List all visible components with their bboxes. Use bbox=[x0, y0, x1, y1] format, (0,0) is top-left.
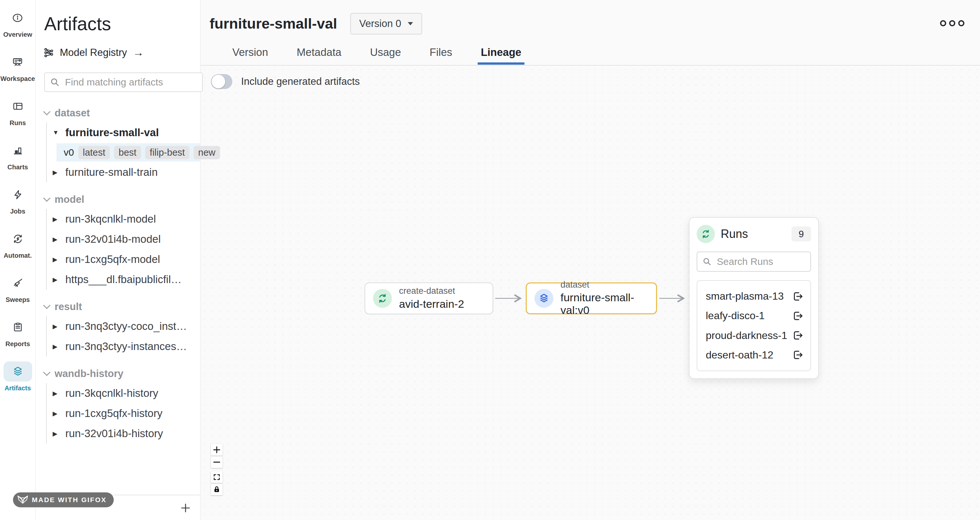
runs-panel-header: Runs 9 bbox=[697, 225, 811, 243]
lineage-node-run[interactable]: create-dataset avid-terrain-2 bbox=[364, 282, 493, 314]
triangle-right-icon: ▶ bbox=[52, 169, 60, 176]
chevron-down-icon bbox=[408, 22, 413, 25]
tree-item-label: furniture-small-val bbox=[65, 126, 159, 139]
broom-icon bbox=[12, 278, 23, 289]
plus-icon bbox=[180, 502, 191, 514]
run-row-leafy-disco-1[interactable]: leafy-disco-1 bbox=[697, 310, 810, 322]
workspace-icon bbox=[12, 57, 23, 68]
tree-section-result[interactable]: result bbox=[44, 298, 200, 316]
tree-section-wandb-history[interactable]: wandb-history bbox=[44, 365, 200, 383]
open-run-icon[interactable] bbox=[792, 329, 804, 341]
tree-item-furniture-small-train[interactable]: ▶furniture-small-train bbox=[52, 162, 200, 182]
tab-lineage[interactable]: Lineage bbox=[481, 45, 522, 59]
lightning-icon bbox=[12, 189, 23, 200]
tree-section-label: wandb-history bbox=[54, 368, 124, 380]
tree-item-run-3kqcnlkl-model[interactable]: ▶run-3kqcnlkl-model bbox=[52, 209, 200, 229]
triangle-right-icon: ▶ bbox=[52, 430, 60, 437]
nav-label: Reports bbox=[6, 340, 30, 348]
runs-count-badge: 9 bbox=[792, 226, 811, 242]
run-row-desert-oath-12[interactable]: desert-oath-12 bbox=[697, 349, 810, 361]
nav-item-overview[interactable]: Overview bbox=[3, 8, 32, 38]
tree-item-run-1cxg5qfx-model[interactable]: ▶run-1cxg5qfx-model bbox=[52, 249, 200, 269]
layers-icon bbox=[12, 366, 24, 377]
main-panel: furniture-small-val Version 0 Version Me… bbox=[201, 0, 980, 520]
node-name: avid-terrain-2 bbox=[399, 298, 464, 310]
tree-item-run-1cxg5qfx-history[interactable]: ▶run-1cxg5qfx-history bbox=[52, 403, 200, 423]
chevron-down-icon bbox=[43, 369, 51, 376]
open-run-icon[interactable] bbox=[792, 291, 804, 302]
triangle-right-icon: ▶ bbox=[52, 410, 60, 417]
add-artifact-button[interactable] bbox=[179, 501, 192, 515]
toggle-label: Include generated artifacts bbox=[241, 76, 360, 87]
lineage-canvas[interactable]: Include generated artifacts create-datas… bbox=[201, 66, 980, 520]
nav-label: Workspace bbox=[0, 75, 35, 83]
tree-item-https___dl.fbaipublicfil…[interactable]: ▶https___dl.fbaipublicfil… bbox=[52, 269, 200, 289]
open-run-icon[interactable] bbox=[792, 349, 804, 361]
tab-usage[interactable]: Usage bbox=[370, 45, 401, 59]
run-row-proud-darkness-1[interactable]: proud-darkness-1 bbox=[697, 329, 810, 342]
run-name: smart-plasma-13 bbox=[706, 290, 784, 302]
tree-item-label: furniture-small-train bbox=[65, 166, 158, 178]
nav-item-artifacts[interactable]: Artifacts bbox=[3, 361, 32, 392]
tree-item-run-3kqcnlkl-history[interactable]: ▶run-3kqcnlkl-history bbox=[52, 383, 200, 403]
nav-item-reports[interactable]: Reports bbox=[3, 317, 32, 348]
runs-search-input[interactable] bbox=[716, 256, 805, 267]
triangle-right-icon: ▶ bbox=[52, 235, 60, 243]
triangle-right-icon: ▶ bbox=[52, 343, 60, 350]
minus-icon bbox=[213, 458, 221, 466]
artifact-search[interactable] bbox=[44, 73, 203, 92]
nav-item-runs[interactable]: Runs bbox=[3, 96, 32, 127]
tree-item-label: run-32v01i4b-model bbox=[65, 233, 161, 245]
overflow-menu-button[interactable] bbox=[940, 20, 964, 26]
table-icon bbox=[12, 101, 23, 112]
alias-tag: new bbox=[194, 146, 220, 159]
tree-section-dataset[interactable]: dataset bbox=[44, 104, 200, 122]
artifacts-sidebar: Artifacts Model Registry → dataset▼furni… bbox=[36, 0, 200, 520]
version-dropdown[interactable]: Version 0 bbox=[350, 13, 422, 35]
nav-label: Charts bbox=[8, 164, 28, 171]
tree-item-run-3nq3ctyy-coco_inst…[interactable]: ▶run-3nq3ctyy-coco_inst… bbox=[52, 316, 200, 336]
fox-icon bbox=[17, 495, 29, 505]
model-registry-link[interactable]: Model Registry → bbox=[43, 46, 200, 59]
artifact-search-input[interactable] bbox=[64, 76, 197, 88]
tree-section-label: model bbox=[54, 194, 84, 205]
tree-item-run-32v01i4b-model[interactable]: ▶run-32v01i4b-model bbox=[52, 229, 200, 249]
tree-item-run-3nq3ctyy-instances…[interactable]: ▶run-3nq3ctyy-instances… bbox=[52, 336, 200, 356]
triangle-right-icon: ▶ bbox=[52, 256, 60, 263]
nav-label: Artifacts bbox=[5, 385, 31, 392]
sidebar-title: Artifacts bbox=[44, 13, 200, 35]
open-run-icon[interactable] bbox=[792, 310, 804, 322]
tree-item-label: run-32v01i4b-history bbox=[65, 428, 163, 440]
nav-item-jobs[interactable]: Jobs bbox=[3, 184, 32, 215]
automations-icon bbox=[12, 233, 23, 244]
runs-search[interactable] bbox=[697, 251, 811, 272]
tab-metadata[interactable]: Metadata bbox=[297, 45, 342, 59]
nav-item-sweeps[interactable]: Sweeps bbox=[3, 273, 32, 304]
zoom-in-button[interactable] bbox=[211, 444, 223, 456]
nav-label: Runs bbox=[10, 119, 26, 127]
tree-item-furniture-small-val[interactable]: ▼furniture-small-val bbox=[52, 122, 200, 143]
nav-item-charts[interactable]: Charts bbox=[3, 140, 32, 171]
lineage-node-artifact[interactable]: dataset furniture-small-val:v0 bbox=[526, 282, 657, 314]
search-icon bbox=[703, 257, 712, 266]
tree-section-model[interactable]: model bbox=[44, 191, 200, 208]
runs-list: smart-plasma-13leafy-disco-1proud-darkne… bbox=[697, 280, 811, 371]
nav-item-workspace[interactable]: Workspace bbox=[0, 52, 35, 83]
made-with-gifox-badge[interactable]: MADE WITH GIFOX bbox=[13, 492, 114, 507]
tab-version[interactable]: Version bbox=[232, 45, 268, 59]
run-row-smart-plasma-13[interactable]: smart-plasma-13 bbox=[697, 290, 810, 302]
run-refresh-icon bbox=[697, 225, 715, 243]
fit-view-button[interactable] bbox=[211, 471, 223, 483]
runs-panel: Runs 9 smart-plasma-13leafy-disco-1proud… bbox=[689, 217, 819, 379]
tree-item-label: run-3nq3ctyy-instances… bbox=[65, 340, 187, 353]
page-title: furniture-small-val bbox=[210, 15, 337, 32]
include-generated-toggle[interactable] bbox=[211, 74, 232, 89]
info-icon bbox=[12, 12, 23, 24]
tree-item-label: run-3nq3ctyy-coco_inst… bbox=[65, 320, 187, 332]
nav-item-automations[interactable]: Automat. bbox=[3, 229, 32, 259]
tree-item-run-32v01i4b-history[interactable]: ▶run-32v01i4b-history bbox=[52, 423, 200, 444]
zoom-out-button[interactable] bbox=[211, 456, 223, 468]
tab-files[interactable]: Files bbox=[430, 45, 452, 59]
version-row-v0[interactable]: v0latestbestfilip-bestnew bbox=[57, 143, 200, 162]
lock-button[interactable] bbox=[211, 483, 223, 495]
